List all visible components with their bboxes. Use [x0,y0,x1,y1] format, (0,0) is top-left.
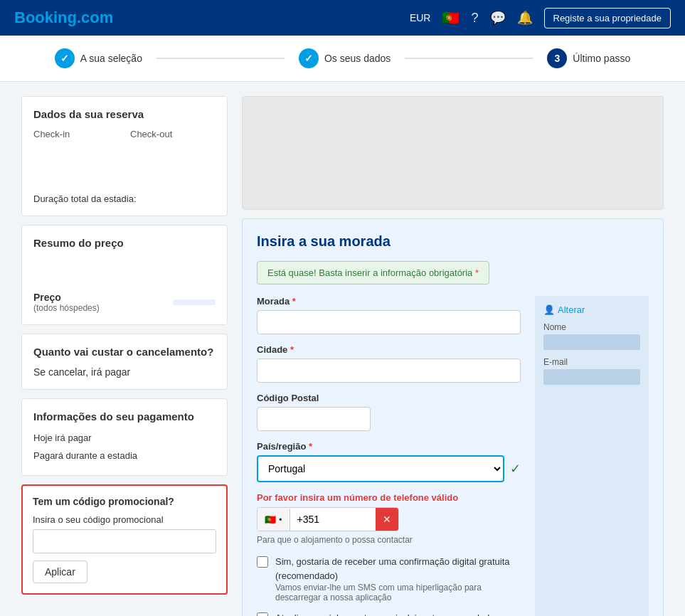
main-content: Dados da sua reserva Check-in Check-out … [0,82,685,616]
step-1-circle: ✓ [55,48,75,68]
step-connector-2 [405,58,533,59]
promo-title: Tem um código promocional? [33,496,216,507]
pais-valid-icon: ✓ [510,461,521,477]
price-sublabel: (todos hóspedes) [33,303,100,313]
register-property-button[interactable]: Registe a sua propriedade [544,8,671,28]
step-2-label: Os seus dados [324,53,391,64]
right-panel: Insira a sua morada Está quase! Basta in… [242,96,664,616]
morada-row: Morada * [257,296,521,334]
alert-star: * [475,267,479,278]
price-title: Resumo do preço [33,237,216,249]
price-row: Preço (todos hóspedes) [33,292,216,313]
phone-flag-emoji: 🇵🇹 [265,514,276,525]
step-3: 3 Último passo [547,48,630,68]
help-icon[interactable]: ? [471,11,478,26]
pais-select-row: Portugal ✓ [257,455,521,482]
form-left: Morada * Cidade * [257,296,521,616]
property-image [242,96,664,210]
checkin-label: Check-in [33,129,119,139]
chat-icon[interactable]: 💬 [490,10,506,26]
morada-label: Morada * [257,296,521,307]
step-1-label: A sua seleção [80,53,142,64]
language-flag[interactable]: 🇵🇹 [442,9,460,26]
person-icon: 👤 [543,304,555,315]
cidade-label: Cidade * [257,344,521,355]
cidade-row: Cidade * [257,344,521,383]
address-section-title: Insira a sua morada [257,233,649,250]
duration-label: Duração total da estadia: [33,193,216,204]
header-nav: EUR 🇵🇹 ? 💬 🔔 Registe a sua propriedade [410,8,671,28]
phone-hint: Para que o alojamento o possa contactar [257,535,521,545]
pais-row: País/região * Portugal ✓ [257,441,521,482]
phone-error-message: Por favor insira um número de telefone v… [257,492,521,503]
morada-input[interactable] [257,310,521,334]
alterar-link[interactable]: 👤 Alterar [543,304,640,315]
user-info-panel: 👤 Alterar Nome E-mail [535,296,649,616]
cancellation-text: Se cancelar, irá pagar [33,366,216,378]
cancellation-card: Quanto vai custar o cancelamento? Se can… [21,334,228,390]
price-label: Preço [33,292,100,303]
form-layout: Morada * Cidade * [257,296,649,616]
payment-today: Hoje irá pagar [33,431,216,446]
logo: Booking.com [14,9,113,27]
header: Booking.com EUR 🇵🇹 ? 💬 🔔 Registe a sua p… [0,0,685,36]
booking-details-title: Dados da sua reserva [33,108,216,120]
postal-row: Código Postal [257,393,521,431]
alert-box: Está quase! Basta inserir a informação o… [257,261,489,285]
step-1: ✓ A sua seleção [55,48,142,68]
promo-code-input[interactable] [33,529,216,553]
checkbox-sms[interactable] [257,556,268,568]
notifications-icon[interactable]: 🔔 [517,10,533,26]
nome-field: Nome [543,322,640,350]
payment-info-card: Informações do seu pagamento Hoje irá pa… [21,398,228,476]
checkout-label: Check-out [130,129,216,139]
payment-during: Pagará durante a estadia [33,449,216,464]
pais-select[interactable]: Portugal [257,455,504,482]
checkbox-update-text: Atualizar a minha conta para incluir est… [275,611,499,616]
currency-label[interactable]: EUR [410,12,431,23]
nome-label: Nome [543,322,640,332]
phone-clear-button[interactable]: ✕ [376,508,398,531]
price-label-group: Preço (todos hóspedes) [33,292,100,313]
sidebar: Dados da sua reserva Check-in Check-out … [21,96,228,616]
email-label: E-mail [543,357,640,367]
checkbox-update-row: Atualizar a minha conta para incluir est… [257,611,521,616]
phone-input-row: 🇵🇹 • ✕ [257,507,399,531]
step-2: ✓ Os seus dados [299,48,391,68]
pais-label: País/região * [257,441,521,452]
alterar-label[interactable]: Alterar [558,304,585,315]
address-form-card: Insira a sua morada Está quase! Basta in… [242,218,664,616]
checkbox-sms-text: Sim, gostaria de receber uma confirmação… [275,555,521,602]
booking-details-card: Dados da sua reserva Check-in Check-out … [21,96,228,216]
promo-input-label: Insira o seu código promocional [33,514,216,525]
apply-promo-button[interactable]: Aplicar [33,561,87,583]
checkin-col: Check-in [33,129,119,142]
checkbox-sms-row: Sim, gostaria de receber uma confirmação… [257,555,521,602]
price-summary-card: Resumo do preço Preço (todos hóspedes) [21,225,228,325]
email-value [543,369,640,385]
postal-label: Código Postal [257,393,521,403]
step-connector-1 [156,58,285,59]
step-3-label: Último passo [573,53,630,64]
alert-text: Está quase! Basta inserir a informação o… [267,267,472,278]
price-value [173,299,216,305]
step-2-circle: ✓ [299,48,319,68]
postal-input[interactable] [257,407,371,431]
checkout-col: Check-out [130,129,216,142]
cancellation-title: Quanto vai custar o cancelamento? [33,346,216,358]
payment-info-title: Informações do seu pagamento [33,410,216,423]
cidade-input[interactable] [257,359,521,383]
logo-text: Booking.com [14,9,113,26]
checkbox-update[interactable] [257,612,268,616]
phone-flag: 🇵🇹 • [257,509,290,531]
phone-number-input[interactable] [290,508,376,531]
progress-bar: ✓ A sua seleção ✓ Os seus dados 3 Último… [0,36,685,82]
nome-value [543,334,640,350]
checkin-checkout-row: Check-in Check-out [33,129,216,142]
phone-dot: • [279,514,282,525]
email-field: E-mail [543,357,640,385]
promo-code-section: Tem um código promocional? Insira o seu … [21,484,228,595]
step-3-circle: 3 [547,48,567,68]
payment-details: Hoje irá pagar Pagará durante a estadia [33,431,216,464]
